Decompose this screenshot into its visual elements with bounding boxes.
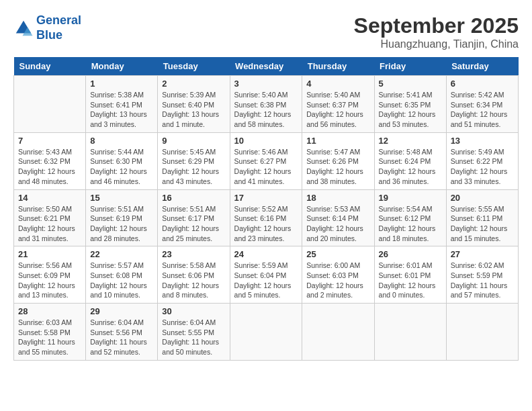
day-info: Sunrise: 5:41 AMSunset: 6:35 PMDaylight:…: [379, 90, 442, 130]
weekday-header-thursday: Thursday: [302, 57, 374, 76]
day-number: 4: [306, 79, 369, 89]
calendar-cell: 6Sunrise: 5:42 AMSunset: 6:34 PMDaylight…: [446, 76, 518, 133]
calendar-cell: 9Sunrise: 5:45 AMSunset: 6:29 PMDaylight…: [158, 132, 230, 189]
day-info: Sunrise: 6:01 AMSunset: 6:01 PMDaylight:…: [379, 261, 442, 300]
day-info: Sunrise: 5:50 AMSunset: 6:21 PMDaylight:…: [18, 204, 81, 244]
calendar-cell: 4Sunrise: 5:40 AMSunset: 6:37 PMDaylight…: [302, 76, 374, 133]
day-info: Sunrise: 5:48 AMSunset: 6:24 PMDaylight:…: [379, 147, 442, 187]
weekday-header-tuesday: Tuesday: [158, 57, 230, 76]
calendar-cell: [302, 304, 374, 361]
month-title: September 2025: [354, 13, 519, 38]
calendar-cell: [374, 304, 446, 361]
day-number: 20: [451, 193, 514, 203]
calendar-cell: 26Sunrise: 6:01 AMSunset: 6:01 PMDayligh…: [374, 246, 446, 304]
weekday-header-sunday: Sunday: [14, 57, 86, 76]
day-number: 6: [451, 79, 514, 89]
day-info: Sunrise: 5:49 AMSunset: 6:22 PMDaylight:…: [451, 147, 514, 187]
day-number: 26: [379, 249, 442, 259]
day-number: 21: [18, 249, 81, 259]
day-number: 19: [379, 193, 442, 203]
day-info: Sunrise: 6:00 AMSunset: 6:03 PMDaylight:…: [306, 261, 369, 300]
calendar-cell: 28Sunrise: 6:03 AMSunset: 5:58 PMDayligh…: [14, 304, 86, 361]
day-info: Sunrise: 5:42 AMSunset: 6:34 PMDaylight:…: [451, 90, 514, 130]
week-row-2: 7Sunrise: 5:43 AMSunset: 6:32 PMDaylight…: [14, 132, 519, 189]
day-info: Sunrise: 5:40 AMSunset: 6:37 PMDaylight:…: [306, 90, 369, 130]
calendar-cell: 5Sunrise: 5:41 AMSunset: 6:35 PMDaylight…: [374, 76, 446, 133]
day-number: 22: [90, 249, 153, 259]
day-number: 11: [306, 136, 369, 146]
logo-line1: General: [36, 13, 81, 27]
logo-line2: Blue: [36, 28, 62, 42]
day-number: 25: [306, 249, 369, 259]
calendar-table: SundayMondayTuesdayWednesdayThursdayFrid…: [13, 57, 519, 361]
day-info: Sunrise: 5:39 AMSunset: 6:40 PMDaylight:…: [162, 90, 225, 130]
calendar-cell: 25Sunrise: 6:00 AMSunset: 6:03 PMDayligh…: [302, 246, 374, 304]
page-header: General Blue September 2025 Huangzhuang,…: [13, 13, 519, 50]
calendar-cell: 8Sunrise: 5:44 AMSunset: 6:30 PMDaylight…: [86, 132, 158, 189]
day-info: Sunrise: 5:45 AMSunset: 6:29 PMDaylight:…: [162, 147, 225, 187]
calendar-cell: 3Sunrise: 5:40 AMSunset: 6:38 PMDaylight…: [230, 76, 302, 133]
day-number: 13: [451, 136, 514, 146]
day-info: Sunrise: 6:02 AMSunset: 5:59 PMDaylight:…: [451, 261, 514, 300]
week-row-1: 1Sunrise: 5:38 AMSunset: 6:41 PMDaylight…: [14, 76, 519, 133]
day-number: 27: [451, 249, 514, 259]
day-number: 12: [379, 136, 442, 146]
weekday-header-wednesday: Wednesday: [230, 57, 302, 76]
location: Huangzhuang, Tianjin, China: [354, 38, 519, 50]
calendar-cell: 10Sunrise: 5:46 AMSunset: 6:27 PMDayligh…: [230, 132, 302, 189]
day-number: 30: [162, 306, 225, 316]
logo: General Blue: [13, 13, 81, 42]
day-info: Sunrise: 5:51 AMSunset: 6:17 PMDaylight:…: [162, 204, 225, 244]
day-number: 14: [18, 193, 81, 203]
calendar-cell: [446, 304, 518, 361]
calendar-cell: 24Sunrise: 5:59 AMSunset: 6:04 PMDayligh…: [230, 246, 302, 304]
day-info: Sunrise: 5:47 AMSunset: 6:26 PMDaylight:…: [306, 147, 369, 187]
calendar-cell: 2Sunrise: 5:39 AMSunset: 6:40 PMDaylight…: [158, 76, 230, 133]
calendar-cell: 11Sunrise: 5:47 AMSunset: 6:26 PMDayligh…: [302, 132, 374, 189]
week-row-5: 28Sunrise: 6:03 AMSunset: 5:58 PMDayligh…: [14, 304, 519, 361]
day-number: 17: [234, 193, 298, 203]
calendar-cell: 13Sunrise: 5:49 AMSunset: 6:22 PMDayligh…: [446, 132, 518, 189]
calendar-cell: 18Sunrise: 5:53 AMSunset: 6:14 PMDayligh…: [302, 189, 374, 246]
weekday-header-saturday: Saturday: [446, 57, 518, 76]
calendar-cell: 27Sunrise: 6:02 AMSunset: 5:59 PMDayligh…: [446, 246, 518, 304]
day-number: 18: [306, 193, 369, 203]
calendar-cell: 19Sunrise: 5:54 AMSunset: 6:12 PMDayligh…: [374, 189, 446, 246]
day-number: 1: [90, 79, 153, 89]
calendar-cell: 23Sunrise: 5:58 AMSunset: 6:06 PMDayligh…: [158, 246, 230, 304]
day-info: Sunrise: 5:40 AMSunset: 6:38 PMDaylight:…: [234, 90, 298, 130]
day-info: Sunrise: 6:04 AMSunset: 5:55 PMDaylight:…: [162, 318, 225, 357]
logo-text: General Blue: [36, 13, 81, 42]
week-row-4: 21Sunrise: 5:56 AMSunset: 6:09 PMDayligh…: [14, 246, 519, 304]
day-number: 2: [162, 79, 225, 89]
day-info: Sunrise: 5:55 AMSunset: 6:11 PMDaylight:…: [451, 204, 514, 244]
day-number: 29: [90, 306, 153, 316]
day-number: 9: [162, 136, 225, 146]
day-number: 24: [234, 249, 298, 259]
calendar-cell: 22Sunrise: 5:57 AMSunset: 6:08 PMDayligh…: [86, 246, 158, 304]
calendar-cell: 7Sunrise: 5:43 AMSunset: 6:32 PMDaylight…: [14, 132, 86, 189]
day-info: Sunrise: 6:03 AMSunset: 5:58 PMDaylight:…: [18, 318, 81, 357]
week-row-3: 14Sunrise: 5:50 AMSunset: 6:21 PMDayligh…: [14, 189, 519, 246]
day-info: Sunrise: 5:53 AMSunset: 6:14 PMDaylight:…: [306, 204, 369, 244]
day-number: 16: [162, 193, 225, 203]
calendar-cell: 20Sunrise: 5:55 AMSunset: 6:11 PMDayligh…: [446, 189, 518, 246]
day-info: Sunrise: 5:38 AMSunset: 6:41 PMDaylight:…: [90, 90, 153, 130]
day-number: 28: [18, 306, 81, 316]
calendar-cell: 16Sunrise: 5:51 AMSunset: 6:17 PMDayligh…: [158, 189, 230, 246]
day-number: 3: [234, 79, 298, 89]
day-info: Sunrise: 5:43 AMSunset: 6:32 PMDaylight:…: [18, 147, 81, 187]
day-info: Sunrise: 5:54 AMSunset: 6:12 PMDaylight:…: [379, 204, 442, 244]
calendar-cell: 30Sunrise: 6:04 AMSunset: 5:55 PMDayligh…: [158, 304, 230, 361]
day-number: 10: [234, 136, 298, 146]
calendar-cell: 21Sunrise: 5:56 AMSunset: 6:09 PMDayligh…: [14, 246, 86, 304]
day-number: 8: [90, 136, 153, 146]
day-number: 7: [18, 136, 81, 146]
weekday-header-row: SundayMondayTuesdayWednesdayThursdayFrid…: [14, 57, 519, 76]
calendar-cell: 17Sunrise: 5:52 AMSunset: 6:16 PMDayligh…: [230, 189, 302, 246]
calendar-cell: [230, 304, 302, 361]
calendar-cell: 14Sunrise: 5:50 AMSunset: 6:21 PMDayligh…: [14, 189, 86, 246]
day-info: Sunrise: 5:46 AMSunset: 6:27 PMDaylight:…: [234, 147, 298, 187]
calendar-cell: 12Sunrise: 5:48 AMSunset: 6:24 PMDayligh…: [374, 132, 446, 189]
day-number: 23: [162, 249, 225, 259]
